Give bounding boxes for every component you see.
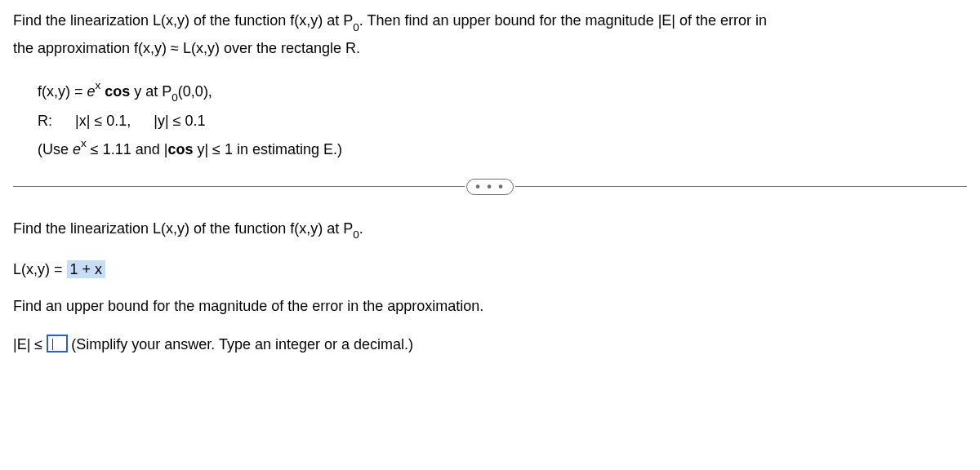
divider-line-right — [515, 186, 967, 187]
fn-b: y at P — [130, 83, 172, 100]
fn-e: e — [87, 83, 96, 100]
q1-b: . — [359, 220, 363, 237]
intro-1-sub: 0 — [353, 21, 359, 33]
intro-line-2: the approximation f(x,y) ≈ L(x,y) over t… — [13, 38, 967, 60]
use-exp: x — [81, 137, 87, 149]
answer-linearization: L(x,y) = 1 + x — [13, 259, 967, 281]
error-input[interactable] — [47, 335, 68, 352]
answer-error-bound: |E| ≤ (Simplify your answer. Type an int… — [13, 334, 967, 356]
intro-1a: Find the linearization L(x,y) of the fun… — [13, 12, 353, 29]
divider-line-left — [13, 186, 465, 187]
q2-text: Find an upper bound for the magnitude of… — [13, 298, 483, 314]
question-linearization: Find the linearization L(x,y) of the fun… — [13, 218, 967, 242]
intro-line-1: Find the linearization L(x,y) of the fun… — [13, 10, 967, 34]
answered-value[interactable]: 1 + x — [67, 260, 106, 278]
use-cos: cos — [167, 141, 193, 157]
use-hint: (Use ex ≤ 1.11 and |cos y| ≤ 1 in estima… — [38, 137, 967, 161]
a1-lhs: L(x,y) = — [13, 261, 67, 277]
q1-sub: 0 — [353, 228, 359, 241]
r-label: R: — [38, 113, 52, 129]
section-divider: • • • — [13, 179, 967, 195]
fn-cos: cos — [100, 83, 130, 100]
q1-a: Find the linearization L(x,y) of the fun… — [13, 220, 353, 237]
use-e: e — [73, 141, 81, 157]
fn-sub: 0 — [172, 91, 178, 104]
function-def: f(x,y) = ex cos y at P0(0,0), — [38, 79, 967, 105]
use-c: y| ≤ 1 in estimating E.) — [193, 141, 342, 157]
use-a: (Use — [38, 141, 73, 157]
r-b: |y| ≤ 0.1 — [154, 113, 205, 129]
r-a: |x| ≤ 0.1, — [75, 113, 131, 129]
question-error-bound: Find an upper bound for the magnitude of… — [13, 295, 967, 317]
fn-a: f(x,y) = — [38, 83, 87, 100]
a2-lhs: |E| ≤ — [13, 336, 47, 352]
fn-exp: x — [96, 79, 101, 91]
intro-2: the approximation f(x,y) ≈ L(x,y) over t… — [13, 40, 360, 56]
intro-1b: . Then find an upper bound for the magni… — [359, 12, 767, 29]
more-icon[interactable]: • • • — [466, 179, 514, 195]
fn-c: (0,0), — [178, 83, 212, 100]
a2-help: (Simplify your answer. Type an integer o… — [71, 336, 413, 352]
problem-block: f(x,y) = ex cos y at P0(0,0), R: |x| ≤ 0… — [38, 79, 967, 161]
rectangle-def: R: |x| ≤ 0.1, |y| ≤ 0.1 — [38, 110, 967, 132]
use-b: ≤ 1.11 and | — [87, 141, 168, 157]
